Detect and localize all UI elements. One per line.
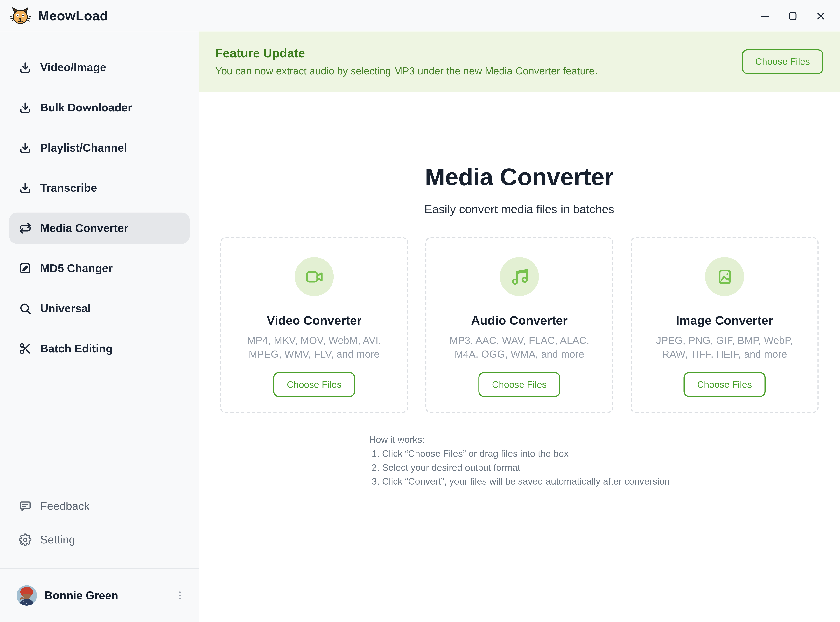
icon-circle — [705, 257, 744, 296]
sidebar-item-transcribe[interactable]: Transcribe — [9, 172, 189, 204]
audio-converter-card[interactable]: Audio Converter MP3, AAC, WAV, FLAC, ALA… — [425, 237, 614, 413]
how-it-works: How it works: 1. Click “Choose Files” or… — [369, 433, 670, 488]
sidebar-item-bulk-downloader[interactable]: Bulk Downloader — [9, 92, 189, 123]
converter-page: Media Converter Easily convert media fil… — [199, 91, 840, 622]
window-controls — [759, 9, 827, 22]
sidebar-spacer — [0, 373, 199, 491]
icon-circle — [295, 257, 334, 296]
sidebar-item-label: Playlist/Channel — [40, 141, 127, 154]
sidebar-item-playlist-channel[interactable]: Playlist/Channel — [9, 133, 189, 163]
how-it-works-step: 1. Click “Choose Files” or drag files in… — [372, 447, 670, 461]
sidebar-footer-nav: Feedback Setting — [0, 491, 199, 558]
banner-title: Feature Update — [215, 46, 597, 61]
sidebar-item-label: Feedback — [40, 499, 90, 512]
video-choose-files-button[interactable]: Choose Files — [273, 372, 355, 397]
avatar — [17, 585, 37, 605]
cat-logo-icon — [10, 5, 31, 26]
page-subtitle: Easily convert media files in batches — [199, 202, 840, 217]
download-icon — [19, 181, 32, 194]
titlebar: MeowLoad — [0, 0, 840, 32]
user-row[interactable]: Bonnie Green — [0, 569, 199, 622]
converter-cards: Video Converter MP4, MKV, MOV, WebM, AVI… — [199, 237, 840, 413]
image-icon — [715, 267, 734, 286]
banner-message: You can now extract audio by selecting M… — [215, 65, 597, 77]
sidebar-item-universal[interactable]: Universal — [9, 293, 189, 324]
gear-icon — [19, 533, 32, 546]
how-it-works-heading: How it works: — [369, 433, 670, 447]
card-formats: MP3, AAC, WAV, FLAC, ALAC, M4A, OGG, WMA… — [438, 334, 600, 361]
sidebar-item-label: Setting — [40, 533, 75, 546]
sidebar-item-batch-editing[interactable]: Batch Editing — [9, 333, 189, 364]
video-camera-icon — [304, 267, 324, 286]
app-title: MeowLoad — [38, 8, 108, 23]
download-icon — [19, 101, 32, 114]
search-icon — [19, 302, 32, 315]
chat-bubble-icon — [19, 499, 32, 512]
repeat-icon — [19, 222, 32, 235]
card-formats: JPEG, PNG, GIF, BMP, WebP, RAW, TIFF, HE… — [644, 334, 805, 361]
sidebar-item-label: Batch Editing — [40, 342, 113, 355]
user-menu-button[interactable] — [174, 587, 186, 603]
edit-square-icon — [19, 262, 32, 274]
sidebar-item-media-converter[interactable]: Media Converter — [9, 213, 189, 244]
user-name: Bonnie Green — [44, 589, 174, 602]
sidebar-item-label: Media Converter — [40, 222, 128, 235]
sidebar: Video/Image Bulk Downloader Playlist/Cha… — [0, 32, 199, 622]
how-it-works-step: 2. Select your desired output format — [372, 460, 670, 474]
sidebar-item-md5-changer[interactable]: MD5 Changer — [9, 253, 189, 284]
sidebar-item-video-image[interactable]: Video/Image — [9, 52, 189, 83]
music-note-icon — [510, 267, 529, 286]
feature-update-banner: Feature Update You can now extract audio… — [199, 32, 840, 92]
sidebar-item-label: Transcribe — [40, 181, 97, 194]
close-button[interactable] — [814, 9, 827, 22]
sidebar-item-label: Bulk Downloader — [40, 101, 132, 114]
card-title: Video Converter — [267, 313, 362, 328]
page-title: Media Converter — [199, 163, 840, 191]
how-it-works-step: 3. Click “Convert”, your files will be s… — [372, 474, 670, 488]
main-content: Feature Update You can now extract audio… — [199, 32, 840, 622]
sidebar-item-feedback[interactable]: Feedback — [9, 491, 189, 521]
icon-circle — [500, 257, 539, 296]
card-title: Image Converter — [676, 313, 773, 328]
sidebar-item-label: MD5 Changer — [40, 262, 113, 274]
download-icon — [19, 141, 32, 154]
card-title: Audio Converter — [471, 313, 568, 328]
maximize-button[interactable] — [787, 9, 799, 22]
image-converter-card[interactable]: Image Converter JPEG, PNG, GIF, BMP, Web… — [631, 237, 819, 413]
banner-choose-files-button[interactable]: Choose Files — [742, 49, 823, 74]
minimize-button[interactable] — [759, 9, 771, 22]
brand: MeowLoad — [10, 5, 108, 26]
sidebar-nav: Video/Image Bulk Downloader Playlist/Cha… — [0, 52, 199, 373]
banner-text: Feature Update You can now extract audio… — [215, 46, 597, 77]
download-icon — [19, 61, 32, 74]
image-choose-files-button[interactable]: Choose Files — [684, 372, 765, 397]
video-converter-card[interactable]: Video Converter MP4, MKV, MOV, WebM, AVI… — [220, 237, 408, 413]
audio-choose-files-button[interactable]: Choose Files — [478, 372, 560, 397]
sidebar-item-label: Video/Image — [40, 61, 106, 74]
app-window: MeowLoad Video/Image — [0, 0, 840, 622]
card-formats: MP4, MKV, MOV, WebM, AVI, MPEG, WMV, FLV… — [233, 334, 395, 361]
scissors-icon — [19, 342, 32, 355]
sidebar-item-label: Universal — [40, 302, 91, 315]
sidebar-item-setting[interactable]: Setting — [9, 524, 189, 555]
